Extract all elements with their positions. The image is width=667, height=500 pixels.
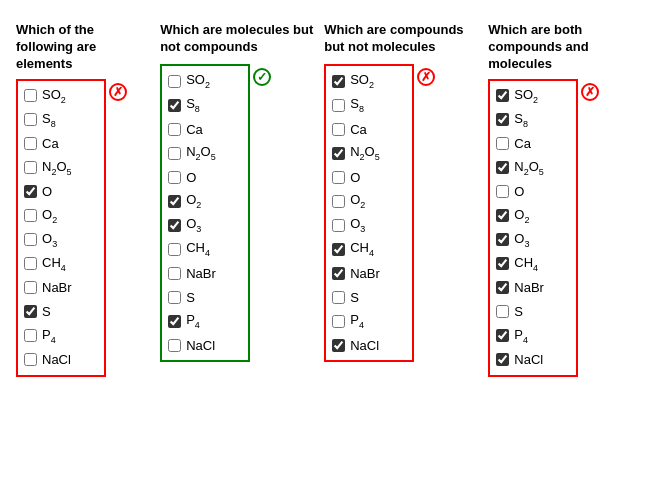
table-row: S8 bbox=[168, 94, 242, 116]
table-row: P4 bbox=[24, 325, 98, 347]
chem-label-molecules-not-compounds-1: S8 bbox=[186, 96, 200, 114]
table-row: S bbox=[332, 286, 406, 308]
checkbox-both-compounds-molecules-10[interactable] bbox=[496, 329, 509, 342]
chem-label-both-compounds-molecules-8: NaBr bbox=[514, 280, 544, 295]
checkbox-compounds-not-molecules-2[interactable] bbox=[332, 123, 345, 136]
checkbox-molecules-not-compounds-6[interactable] bbox=[168, 219, 181, 232]
checkbox-elements-9[interactable] bbox=[24, 305, 37, 318]
checkbox-both-compounds-molecules-7[interactable] bbox=[496, 257, 509, 270]
checkbox-compounds-not-molecules-3[interactable] bbox=[332, 147, 345, 160]
table-row: CH4 bbox=[332, 238, 406, 260]
table-row: CH4 bbox=[496, 253, 570, 275]
status-icon-elements: ✗ bbox=[109, 83, 127, 101]
chem-label-both-compounds-molecules-2: Ca bbox=[514, 136, 531, 151]
checkbox-compounds-not-molecules-5[interactable] bbox=[332, 195, 345, 208]
checkbox-both-compounds-molecules-4[interactable] bbox=[496, 185, 509, 198]
checkbox-elements-6[interactable] bbox=[24, 233, 37, 246]
chem-label-elements-7: CH4 bbox=[42, 255, 66, 273]
chem-label-compounds-not-molecules-9: S bbox=[350, 290, 359, 305]
checkbox-compounds-not-molecules-1[interactable] bbox=[332, 99, 345, 112]
chem-label-elements-2: Ca bbox=[42, 136, 59, 151]
chem-label-both-compounds-molecules-4: O bbox=[514, 184, 524, 199]
table-row: SO2 bbox=[168, 70, 242, 92]
chem-label-molecules-not-compounds-10: P4 bbox=[186, 312, 200, 330]
chem-label-molecules-not-compounds-4: O bbox=[186, 170, 196, 185]
table-row: O3 bbox=[496, 229, 570, 251]
column-header-compounds-not-molecules: Which are compounds but not molecules bbox=[324, 22, 480, 58]
checkbox-both-compounds-molecules-0[interactable] bbox=[496, 89, 509, 102]
status-icon-both-compounds-molecules: ✗ bbox=[581, 83, 599, 101]
checkbox-molecules-not-compounds-9[interactable] bbox=[168, 291, 181, 304]
chem-label-elements-3: N2O5 bbox=[42, 159, 72, 177]
chem-label-molecules-not-compounds-11: NaCl bbox=[186, 338, 215, 353]
checkbox-compounds-not-molecules-8[interactable] bbox=[332, 267, 345, 280]
checkbox-elements-5[interactable] bbox=[24, 209, 37, 222]
chem-label-both-compounds-molecules-7: CH4 bbox=[514, 255, 538, 273]
table-row: SO2 bbox=[496, 85, 570, 107]
checkbox-both-compounds-molecules-3[interactable] bbox=[496, 161, 509, 174]
chem-label-elements-11: NaCl bbox=[42, 352, 71, 367]
checkbox-compounds-not-molecules-11[interactable] bbox=[332, 339, 345, 352]
status-icon-molecules-not-compounds: ✓ bbox=[253, 68, 271, 86]
chem-label-compounds-not-molecules-1: S8 bbox=[350, 96, 364, 114]
checkbox-both-compounds-molecules-9[interactable] bbox=[496, 305, 509, 318]
checkbox-compounds-not-molecules-4[interactable] bbox=[332, 171, 345, 184]
table-row: O2 bbox=[168, 190, 242, 212]
column-both-compounds-molecules: Which are both compounds and moleculesSO… bbox=[488, 22, 651, 377]
checkbox-molecules-not-compounds-2[interactable] bbox=[168, 123, 181, 136]
checkbox-compounds-not-molecules-7[interactable] bbox=[332, 243, 345, 256]
checkbox-compounds-not-molecules-10[interactable] bbox=[332, 315, 345, 328]
chem-label-elements-8: NaBr bbox=[42, 280, 72, 295]
chem-label-elements-1: S8 bbox=[42, 111, 56, 129]
checkbox-elements-0[interactable] bbox=[24, 89, 37, 102]
table-row: NaBr bbox=[496, 277, 570, 299]
checkbox-elements-10[interactable] bbox=[24, 329, 37, 342]
chem-label-molecules-not-compounds-3: N2O5 bbox=[186, 144, 216, 162]
checkbox-molecules-not-compounds-3[interactable] bbox=[168, 147, 181, 160]
checkbox-elements-1[interactable] bbox=[24, 113, 37, 126]
checkbox-compounds-not-molecules-6[interactable] bbox=[332, 219, 345, 232]
table-row: Ca bbox=[332, 118, 406, 140]
checkbox-both-compounds-molecules-2[interactable] bbox=[496, 137, 509, 150]
checkbox-molecules-not-compounds-8[interactable] bbox=[168, 267, 181, 280]
checkbox-molecules-not-compounds-10[interactable] bbox=[168, 315, 181, 328]
checkbox-list-compounds-not-molecules: SO2S8CaN2O5OO2O3CH4NaBrSP4NaCl bbox=[324, 64, 414, 362]
checkbox-compounds-not-molecules-0[interactable] bbox=[332, 75, 345, 88]
checkbox-both-compounds-molecules-1[interactable] bbox=[496, 113, 509, 126]
chem-label-compounds-not-molecules-7: CH4 bbox=[350, 240, 374, 258]
chem-label-both-compounds-molecules-6: O3 bbox=[514, 231, 529, 249]
chem-label-both-compounds-molecules-1: S8 bbox=[514, 111, 528, 129]
table-row: O3 bbox=[24, 229, 98, 251]
checkbox-molecules-not-compounds-5[interactable] bbox=[168, 195, 181, 208]
table-row: O3 bbox=[168, 214, 242, 236]
checkbox-molecules-not-compounds-4[interactable] bbox=[168, 171, 181, 184]
box-wrapper-molecules-not-compounds: SO2S8CaN2O5OO2O3CH4NaBrSP4NaCl✓ bbox=[160, 64, 271, 362]
checkbox-compounds-not-molecules-9[interactable] bbox=[332, 291, 345, 304]
table-row: O2 bbox=[496, 205, 570, 227]
checkbox-both-compounds-molecules-5[interactable] bbox=[496, 209, 509, 222]
table-row: NaCl bbox=[332, 334, 406, 356]
checkbox-molecules-not-compounds-11[interactable] bbox=[168, 339, 181, 352]
chem-label-both-compounds-molecules-10: P4 bbox=[514, 327, 528, 345]
chem-label-both-compounds-molecules-9: S bbox=[514, 304, 523, 319]
table-row: P4 bbox=[332, 310, 406, 332]
checkbox-elements-2[interactable] bbox=[24, 137, 37, 150]
chem-label-both-compounds-molecules-0: SO2 bbox=[514, 87, 538, 105]
table-row: NaBr bbox=[332, 262, 406, 284]
checkbox-molecules-not-compounds-0[interactable] bbox=[168, 75, 181, 88]
table-row: S8 bbox=[24, 109, 98, 131]
checkbox-both-compounds-molecules-6[interactable] bbox=[496, 233, 509, 246]
chem-label-compounds-not-molecules-5: O2 bbox=[350, 192, 365, 210]
checkbox-elements-11[interactable] bbox=[24, 353, 37, 366]
checkbox-elements-3[interactable] bbox=[24, 161, 37, 174]
checkbox-molecules-not-compounds-1[interactable] bbox=[168, 99, 181, 112]
checkbox-both-compounds-molecules-8[interactable] bbox=[496, 281, 509, 294]
table-row: Ca bbox=[24, 133, 98, 155]
checkbox-elements-7[interactable] bbox=[24, 257, 37, 270]
checkbox-molecules-not-compounds-7[interactable] bbox=[168, 243, 181, 256]
checkbox-both-compounds-molecules-11[interactable] bbox=[496, 353, 509, 366]
checkbox-elements-4[interactable] bbox=[24, 185, 37, 198]
table-row: N2O5 bbox=[332, 142, 406, 164]
checkbox-elements-8[interactable] bbox=[24, 281, 37, 294]
table-row: CH4 bbox=[24, 253, 98, 275]
